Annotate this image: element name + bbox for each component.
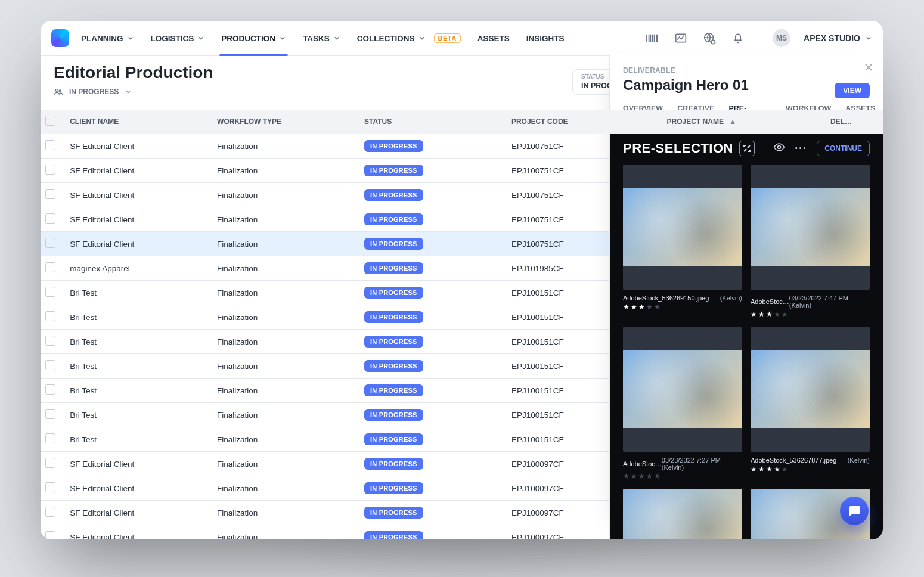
row-checkbox	[45, 336, 55, 346]
nav-collections[interactable]: COLLECTIONS	[357, 21, 426, 55]
cell-status: IN PROGRESS	[359, 525, 507, 540]
star-rating: ★★★★★	[623, 472, 742, 480]
asset-thumbnail[interactable]	[751, 165, 870, 290]
asset-thumbnail[interactable]	[751, 327, 870, 452]
status-badge: IN PROGRESS	[364, 458, 423, 470]
asset-meta: 03/23/2022 7:47 PM (Kelvin)	[789, 294, 870, 309]
row-checkbox	[45, 531, 55, 539]
col-header[interactable]: PROJECT CODE	[507, 110, 662, 134]
cell-workflow: Finalization	[212, 476, 359, 501]
chat-fab[interactable]	[840, 497, 869, 525]
star-icon: ★	[782, 465, 788, 473]
cell-status: IN PROGRESS	[359, 183, 507, 207]
cell-client: Bri Test	[65, 379, 212, 403]
status-badge: IN PROGRESS	[364, 311, 423, 323]
row-checkbox	[45, 287, 55, 297]
asset-thumbnail[interactable]	[623, 489, 742, 539]
asset-filename: AdobeStoc…	[623, 460, 662, 467]
star-icon: ★	[751, 310, 757, 318]
chevron-down-icon	[333, 35, 340, 42]
star-icon: ★	[766, 465, 773, 473]
cell-workflow: Finalization	[212, 501, 359, 525]
row-checkbox	[45, 213, 55, 224]
asset-meta: 03/23/2022 7:27 PM (Kelvin)	[662, 457, 742, 471]
chevron-down-icon	[127, 35, 134, 42]
star-icon: ★	[623, 472, 630, 480]
cell-status: IN PROGRESS	[359, 354, 507, 379]
page-title: Editorial Production	[54, 63, 213, 82]
asset-card[interactable]: AdobeStoc…03/23/2022 7:27 PM (Kelvin)★★★…	[623, 327, 742, 480]
view-button[interactable]: VIEW	[835, 83, 870, 98]
bell-icon[interactable]	[730, 30, 746, 46]
status-badge: IN PROGRESS	[364, 213, 423, 225]
app-logo[interactable]	[51, 29, 69, 47]
cell-workflow: Finalization	[212, 403, 359, 427]
status-badge: IN PROGRESS	[364, 189, 423, 201]
user-avatar[interactable]: MS	[773, 29, 790, 47]
asset-card[interactable]: AdobeStock_536269150.jpeg(Kelvin)★★★★★	[623, 165, 742, 318]
col-header[interactable]: STATUS	[359, 110, 507, 134]
expand-icon[interactable]	[739, 141, 755, 156]
eye-icon[interactable]	[773, 141, 785, 156]
status-badge: IN PROGRESS	[364, 287, 423, 299]
status-badge: IN PROGRESS	[364, 238, 423, 250]
page-status-selector[interactable]: IN PROGRESS	[54, 87, 213, 97]
nav-assets[interactable]: ASSETS	[477, 21, 510, 55]
star-icon: ★	[774, 465, 780, 473]
asset-filename: AdobeStock_536267877.jpeg	[751, 457, 836, 464]
close-icon[interactable]	[863, 61, 875, 73]
chart-icon[interactable]	[673, 30, 689, 46]
asset-thumbnail[interactable]	[623, 165, 742, 290]
row-checkbox	[45, 433, 55, 443]
col-checkbox[interactable]	[41, 110, 65, 134]
cell-client: Bri Test	[65, 354, 212, 379]
row-checkbox	[45, 189, 55, 199]
nav-tasks[interactable]: TASKS	[303, 21, 340, 55]
detail-eyebrow: DELIVERABLE	[623, 66, 870, 75]
continue-button[interactable]: CONTINUE	[817, 141, 870, 156]
cell-status: IN PROGRESS	[359, 476, 507, 501]
cell-status: IN PROGRESS	[359, 134, 507, 159]
star-rating: ★★★★★	[751, 465, 870, 473]
nav-production[interactable]: PRODUCTION	[221, 21, 286, 55]
status-badge: IN PROGRESS	[364, 165, 423, 176]
row-checkbox	[45, 458, 55, 468]
asset-card[interactable]: AdobeStock_536267877.jpeg(Kelvin)★★★★★	[751, 327, 870, 480]
star-icon: ★	[774, 310, 780, 318]
status-badge: IN PROGRESS	[364, 262, 423, 274]
asset-thumbnail[interactable]	[623, 327, 742, 452]
star-icon: ★	[623, 303, 630, 311]
nav-logistics[interactable]: LOGISTICS	[151, 21, 205, 55]
nav-planning[interactable]: PLANNING	[81, 21, 134, 55]
nav-insights[interactable]: INSIGHTS	[526, 21, 565, 55]
col-header[interactable]: WORKFLOW TYPE	[212, 110, 359, 134]
preselection-panel: PRE-SELECTION ··· CONTINUE AdobeStock_53…	[610, 129, 883, 539]
status-badge: IN PROGRESS	[364, 140, 423, 152]
chevron-down-icon	[279, 35, 286, 42]
star-icon: ★	[631, 303, 637, 311]
cell-client: Bri Test	[65, 305, 212, 330]
cell-workflow: Finalization	[212, 256, 359, 281]
chevron-down-icon	[418, 35, 426, 42]
star-icon: ★	[646, 472, 653, 480]
col-header[interactable]: CLIENT NAME	[65, 110, 212, 134]
cell-client: Bri Test	[65, 330, 212, 354]
top-nav: PLANNINGLOGISTICSPRODUCTIONTASKSCOLLECTI…	[41, 21, 883, 56]
svg-point-2	[711, 40, 715, 44]
svg-point-3	[55, 89, 58, 91]
status-badge: IN PROGRESS	[364, 507, 423, 519]
asset-card[interactable]	[623, 489, 742, 539]
row-checkbox	[45, 238, 55, 248]
globe-settings-icon[interactable]	[702, 30, 717, 46]
asset-card[interactable]: AdobeStoc…03/23/2022 7:47 PM (Kelvin)★★★…	[751, 165, 870, 318]
star-icon: ★	[751, 465, 757, 473]
org-switcher[interactable]: APEX STUDIO	[804, 33, 872, 43]
barcode-icon[interactable]	[644, 30, 660, 46]
more-icon[interactable]: ···	[795, 142, 807, 155]
row-checkbox	[45, 482, 55, 492]
star-icon: ★	[758, 310, 765, 318]
row-checkbox	[45, 409, 55, 419]
col-header[interactable]: DEL…	[826, 110, 883, 134]
col-header[interactable]: PROJECT NAME ▲	[662, 110, 826, 134]
cell-workflow: Finalization	[212, 525, 359, 540]
